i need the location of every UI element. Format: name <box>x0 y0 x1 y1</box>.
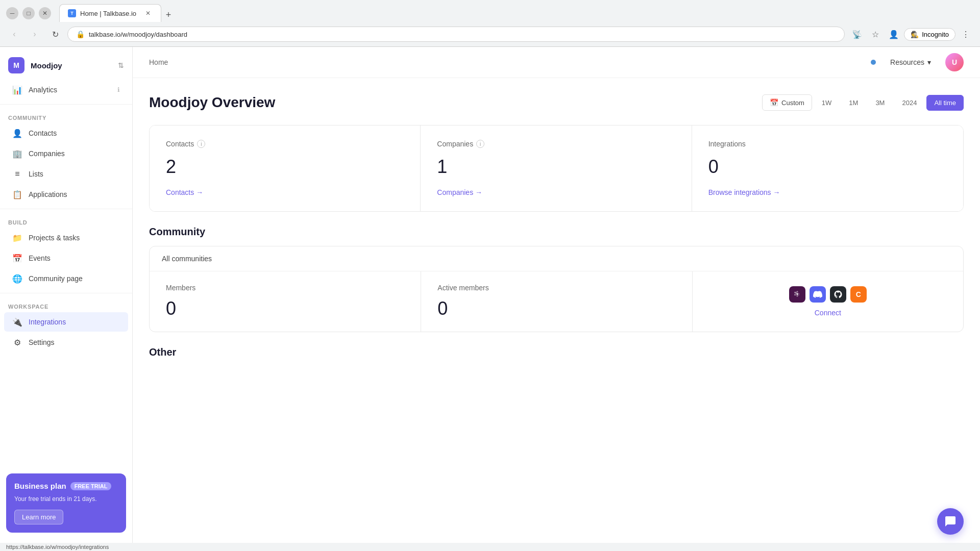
sidebar-item-analytics[interactable]: 📊 Analytics ℹ <box>4 80 128 99</box>
workspace-section-label: Workspace <box>0 297 132 312</box>
resources-button[interactable]: Resources ▾ <box>884 55 937 69</box>
forward-button[interactable]: › <box>27 26 43 42</box>
custom-filter-button[interactable]: 📅 Custom <box>762 94 812 111</box>
events-icon: 📅 <box>12 253 22 263</box>
all-time-filter-button[interactable]: All time <box>926 95 964 111</box>
browse-integrations-link[interactable]: Browse integrations → <box>708 188 780 196</box>
companies-icon: 🏢 <box>12 148 22 159</box>
dashboard-header: Moodjoy Overview 📅 Custom 1W 1M 3M 2024 … <box>149 94 964 111</box>
sidebar-item-events[interactable]: 📅 Events <box>4 248 128 268</box>
contacts-icon: 👤 <box>12 128 22 138</box>
community-connect: C Connect <box>692 271 963 332</box>
community-page-icon: 🌐 <box>12 273 22 284</box>
settings-icon: ⚙ <box>12 337 22 347</box>
contacts-link[interactable]: Contacts → <box>166 188 203 196</box>
divider-1 <box>0 104 132 105</box>
contacts-stat-label: Contacts <box>166 140 194 148</box>
year-filter-button[interactable]: 2024 <box>894 95 924 111</box>
members-label: Members <box>166 284 404 292</box>
github-icon <box>830 286 846 303</box>
members-value: 0 <box>166 298 404 319</box>
time-filters: 📅 Custom 1W 1M 3M 2024 All time <box>762 94 964 111</box>
app-container: M Moodjoy ⇅ 📊 Analytics ℹ Community 👤 Co… <box>0 47 980 543</box>
1m-filter-button[interactable]: 1M <box>841 95 866 111</box>
maximize-button[interactable]: □ <box>22 7 35 19</box>
stats-grid: Contacts i 2 Contacts → Companies i 1 Co… <box>149 125 964 212</box>
workspace-name: Moodjoy <box>31 61 112 70</box>
1w-filter-button[interactable]: 1W <box>814 95 840 111</box>
integrations-icon: 🔌 <box>12 317 22 327</box>
new-tab-button[interactable]: + <box>161 8 176 22</box>
resources-chevron-icon: ▾ <box>927 58 931 66</box>
contacts-info-icon[interactable]: i <box>197 140 205 148</box>
sidebar-item-projects[interactable]: 📁 Projects & tasks <box>4 228 128 247</box>
cast-button[interactable]: 📡 <box>849 26 865 42</box>
integrations-stat-label: Integrations <box>708 140 746 148</box>
business-plan-title: Business plan <box>14 482 66 490</box>
connect-label[interactable]: Connect <box>815 309 841 317</box>
integrations-stat-card: Integrations 0 Browse integrations → <box>692 126 963 211</box>
dashboard: Moodjoy Overview 📅 Custom 1W 1M 3M 2024 … <box>133 78 980 543</box>
integrations-stat-value: 0 <box>708 156 947 178</box>
companies-label: Companies <box>29 149 65 158</box>
connect-icons: C <box>789 286 867 303</box>
companies-stat-label: Companies <box>437 140 473 148</box>
workspace-selector[interactable]: M Moodjoy ⇅ <box>0 51 132 80</box>
minimize-button[interactable]: ─ <box>6 7 18 19</box>
status-dot <box>871 60 876 65</box>
community-section-title: Community <box>149 226 964 238</box>
events-label: Events <box>29 254 51 262</box>
browser-chrome: ─ □ ✕ T Home | Talkbase.io ✕ + ‹ › ↻ 🔒 t… <box>0 0 980 47</box>
top-bar: Home Resources ▾ U <box>133 47 980 78</box>
sidebar-item-integrations[interactable]: 🔌 Integrations <box>4 312 128 332</box>
incognito-indicator: 🕵 Incognito <box>904 28 955 41</box>
sidebar: M Moodjoy ⇅ 📊 Analytics ℹ Community 👤 Co… <box>0 47 133 543</box>
calendar-icon: 📅 <box>770 98 778 107</box>
companies-stat-card: Companies i 1 Companies → <box>421 126 692 211</box>
tab-close-button[interactable]: ✕ <box>143 9 153 18</box>
back-button[interactable]: ‹ <box>6 26 22 42</box>
companies-info-icon[interactable]: i <box>476 140 484 148</box>
chat-button[interactable] <box>937 508 964 535</box>
settings-label: Settings <box>29 338 55 346</box>
community-page-label: Community page <box>29 274 83 283</box>
community-card: All communities Members 0 Active members… <box>149 246 964 332</box>
close-button[interactable]: ✕ <box>39 7 51 19</box>
business-plan-card: Business plan FREE TRIAL Your free trial… <box>6 473 126 533</box>
sidebar-item-contacts[interactable]: 👤 Contacts <box>4 123 128 143</box>
profile-button[interactable]: 👤 <box>886 26 902 42</box>
3m-filter-button[interactable]: 3M <box>868 95 892 111</box>
projects-label: Projects & tasks <box>29 234 80 242</box>
sidebar-item-companies[interactable]: 🏢 Companies <box>4 144 128 163</box>
projects-icon: 📁 <box>12 233 22 243</box>
integrations-label: Integrations <box>29 318 66 326</box>
learn-more-button[interactable]: Learn more <box>14 510 63 524</box>
build-section-label: Build <box>0 213 132 228</box>
business-plan-description: Your free trial ends in 21 days. <box>14 494 118 504</box>
divider-2 <box>0 209 132 209</box>
menu-button[interactable]: ⋮ <box>958 26 974 42</box>
community-all-communities: All communities <box>150 246 963 271</box>
active-members-label: Active members <box>437 284 675 292</box>
bookmark-button[interactable]: ☆ <box>867 26 884 42</box>
other-section-title: Other <box>149 346 964 358</box>
analytics-label: Analytics <box>29 86 57 94</box>
active-members-value: 0 <box>437 298 675 319</box>
lock-icon: 🔒 <box>76 30 85 38</box>
expand-icon: ⇅ <box>118 61 124 69</box>
refresh-button[interactable]: ↻ <box>47 26 63 42</box>
sidebar-item-lists[interactable]: ≡ Lists <box>4 164 128 184</box>
discord-icon <box>810 286 826 303</box>
sidebar-item-community-page[interactable]: 🌐 Community page <box>4 269 128 288</box>
circle-icon: C <box>850 286 867 303</box>
analytics-icon: 📊 <box>12 85 22 95</box>
sidebar-item-applications[interactable]: 📋 Applications <box>4 185 128 204</box>
active-members-stat: Active members 0 <box>421 271 692 332</box>
sidebar-item-settings[interactable]: ⚙ Settings <box>4 333 128 352</box>
companies-stat-value: 1 <box>437 156 675 178</box>
members-stat: Members 0 <box>150 271 421 332</box>
active-tab[interactable]: T Home | Talkbase.io ✕ <box>59 4 161 22</box>
companies-link[interactable]: Companies → <box>437 188 482 196</box>
user-avatar[interactable]: U <box>945 53 964 71</box>
address-bar[interactable]: 🔒 talkbase.io/w/moodjoy/dashboard <box>67 27 845 42</box>
